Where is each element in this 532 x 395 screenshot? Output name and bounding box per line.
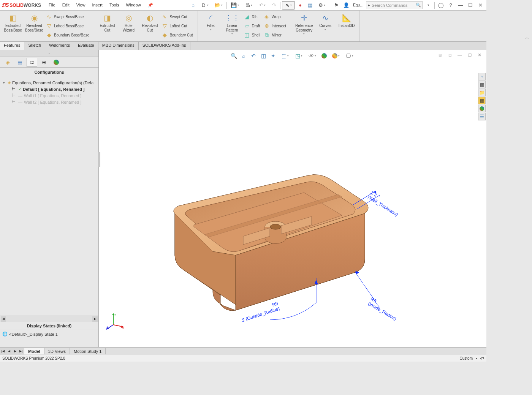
mirror-button[interactable]: ⧉Mirror <box>263 30 288 40</box>
search-commands-input[interactable]: ▸ Search Commands 🔍 <box>366 2 423 9</box>
task-resources-icon[interactable]: ▦ <box>478 81 486 88</box>
dynamic-icon[interactable]: ✦ <box>269 52 278 60</box>
select-icon[interactable]: ⬉ <box>282 1 295 9</box>
tab-evaluate[interactable]: Evaluate <box>74 42 98 50</box>
configuration-tree[interactable]: ▾◈ Equations, Renamed Configuration(s) (… <box>0 77 98 316</box>
options-icon[interactable]: ⚙ <box>315 1 328 9</box>
tab-features[interactable]: Features <box>0 42 24 50</box>
display-state-item[interactable]: 🌐 <Default>_Display State 1 <box>0 330 98 338</box>
task-library-icon[interactable]: 📁 <box>478 89 486 96</box>
tab-mbd[interactable]: MBD Dimensions <box>98 42 139 50</box>
user-icon[interactable]: ◯ <box>436 1 445 9</box>
boundary-cut-button[interactable]: ◆Boundary Cut <box>160 30 195 40</box>
menu-view[interactable]: View <box>73 1 89 9</box>
tree-item-wall-t1[interactable]: ⊢— Wall t1 [ Equations, Renamed ] <box>2 92 97 99</box>
shell-button[interactable]: ◫Shell <box>243 30 263 40</box>
minimize-icon[interactable]: — <box>456 1 465 9</box>
status-units[interactable]: Custom <box>460 356 473 360</box>
extruded-boss-button[interactable]: ◧Extruded Boss/Base <box>2 11 24 34</box>
display-manager-tab-icon[interactable] <box>51 58 62 67</box>
wrap-button[interactable]: ◈Wrap <box>263 12 288 21</box>
person-icon[interactable]: 👤 <box>342 1 351 9</box>
search-dropdown-icon[interactable]: ▾ <box>424 1 433 9</box>
menu-edit[interactable]: Edit <box>59 1 73 9</box>
intersect-button[interactable]: ⊗Intersect <box>263 21 288 30</box>
panel-hscrollbar[interactable]: ◀ ▶ <box>0 316 98 322</box>
curves-button[interactable]: ∿Curves▾ <box>315 11 336 33</box>
linear-pattern-button[interactable]: ⋮⋮Linear Pattern▾ <box>222 11 243 37</box>
lofted-boss-button[interactable]: ▽Lofted Boss/Base <box>45 21 92 30</box>
task-custom-props-icon[interactable]: ☰ <box>478 113 486 120</box>
ref-geometry-button[interactable]: ✛Reference Geometry▾ <box>293 11 315 37</box>
graphics-viewport[interactable]: 🔍 ⌕ ↶ ◫ ✦ ⬚ ◳ 👁 🖵 ⊟ ⊡ — ❐ ✕ ⌂ ▦ 📁 ▦ ☰ <box>99 50 486 347</box>
property-manager-tab-icon[interactable]: ▤ <box>14 58 25 67</box>
vp-restore-icon[interactable]: ❐ <box>465 51 474 59</box>
rebuild-icon[interactable]: ● <box>296 1 305 9</box>
close-icon[interactable]: ✕ <box>476 1 485 9</box>
appearance-icon[interactable] <box>320 52 329 60</box>
vp-prev-icon[interactable]: ⊟ <box>435 51 445 59</box>
boundary-boss-button[interactable]: ◆Boundary Boss/Base <box>45 30 92 40</box>
scroll-left-icon[interactable]: ◀ <box>1 316 6 322</box>
mtab-last-icon[interactable]: ▶| <box>18 348 24 355</box>
scene-icon[interactable] <box>329 52 342 60</box>
configuration-tab-icon[interactable]: 🗂 <box>27 58 37 67</box>
print-icon[interactable]: 🖶 <box>242 1 255 9</box>
help-icon[interactable]: ? <box>446 1 455 9</box>
mtab-prev-icon[interactable]: ◀ <box>6 348 12 355</box>
task-appearances-icon[interactable] <box>478 105 486 112</box>
dimxpert-tab-icon[interactable]: ⊕ <box>39 58 49 67</box>
vp-next-icon[interactable]: ⊡ <box>445 51 454 59</box>
vp-close-icon[interactable]: ✕ <box>475 51 484 59</box>
hole-wizard-button[interactable]: ◎Hole Wizard <box>118 11 139 34</box>
maximize-icon[interactable]: ☐ <box>466 1 475 9</box>
panel-drag-handle[interactable] <box>98 152 100 167</box>
display-style-icon[interactable]: ◳ <box>292 52 305 60</box>
hide-show-icon[interactable]: 👁 <box>306 52 319 60</box>
scroll-right-icon[interactable]: ▶ <box>92 316 98 322</box>
swept-boss-button[interactable]: ∿Swept Boss/Base <box>45 12 92 21</box>
flag-icon[interactable]: ⚑ <box>332 1 341 9</box>
feature-tree-tab-icon[interactable]: ◈ <box>2 58 13 67</box>
tab-addins[interactable]: SOLIDWORKS Add-Ins <box>139 42 190 50</box>
menu-window[interactable]: Window <box>123 1 144 9</box>
3d-views-tab[interactable]: 3D Views <box>44 348 70 354</box>
home-icon[interactable]: ⌂ <box>188 1 198 9</box>
vp-minimize-icon[interactable]: — <box>455 51 464 59</box>
new-icon[interactable]: 🗋 <box>198 1 211 9</box>
task-home-icon[interactable]: ⌂ <box>478 73 486 81</box>
extruded-cut-button[interactable]: ◨Extruded Cut <box>97 11 118 34</box>
mtab-next-icon[interactable]: ▶ <box>12 348 18 355</box>
rib-button[interactable]: ◢Rib <box>243 12 263 21</box>
model-tab[interactable]: Model <box>24 348 44 354</box>
zoom-fit-icon[interactable]: 🔍 <box>229 52 238 60</box>
tab-sketch[interactable]: Sketch <box>24 42 45 50</box>
view-settings-icon[interactable]: 🖵 <box>343 52 356 60</box>
open-icon[interactable]: 📂 <box>212 1 225 9</box>
menu-insert[interactable]: Insert <box>89 1 106 9</box>
revolved-boss-button[interactable]: ◉Revolved Boss/Base <box>24 11 45 34</box>
menu-pin-icon[interactable]: 📌 <box>145 1 156 9</box>
status-dropdown-icon[interactable]: ▴ <box>476 357 477 360</box>
tree-item-wall-t2[interactable]: ⊢— Wall t2 [ Equations, Renamed ] <box>2 99 97 105</box>
section-view-icon[interactable]: ◫ <box>259 52 268 60</box>
tab-weldments[interactable]: Weldments <box>45 42 74 50</box>
zoom-area-icon[interactable]: ⌕ <box>239 52 248 60</box>
instant3d-button[interactable]: 📐Instant3D <box>336 11 357 30</box>
view-triad[interactable]: y x z <box>106 311 125 330</box>
file-props-icon[interactable]: ▦ <box>306 1 315 9</box>
revolved-cut-button[interactable]: ◐Revolved Cut <box>139 11 160 34</box>
lofted-cut-button[interactable]: ▽Lofted Cut <box>160 21 195 30</box>
tree-item-default[interactable]: ⊢✓ Default [ Equations, Renamed ] <box>2 86 97 92</box>
undo-icon[interactable]: ↶ <box>256 1 269 9</box>
draft-button[interactable]: ▱Draft <box>243 21 263 30</box>
motion-study-tab[interactable]: Motion Study 1 <box>70 348 106 354</box>
swept-cut-button[interactable]: ∿Swept Cut <box>160 12 195 21</box>
redo-icon[interactable]: ↷ <box>269 1 279 9</box>
task-view-palette-icon[interactable]: ▦ <box>478 97 486 104</box>
mtab-first-icon[interactable]: |◀ <box>0 348 6 355</box>
prev-view-icon[interactable]: ↶ <box>249 52 258 60</box>
fillet-button[interactable]: ◜Fillet▾ <box>200 11 222 33</box>
tree-root[interactable]: ▾◈ Equations, Renamed Configuration(s) (… <box>2 79 97 86</box>
status-tag-icon[interactable]: 🏷 <box>480 356 484 360</box>
